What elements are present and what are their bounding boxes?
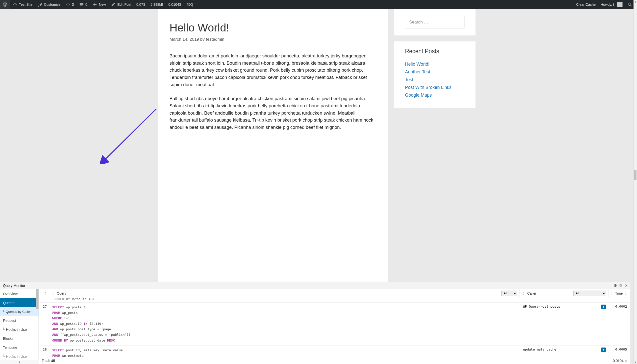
howdy-account[interactable]: Howdy, t: [598, 0, 625, 9]
qm-footer-total: Total: 45: [42, 359, 55, 363]
qm-col-num[interactable]: ▲▼: [39, 289, 49, 297]
recent-post-link[interactable]: Test: [405, 77, 413, 82]
scroll-down-icon[interactable]: ▼: [634, 360, 637, 364]
sql-code: SELECT post_id, meta_key, meta_value FRO…: [52, 348, 517, 357]
wp-admin-bar: Test Site Customize 3 0 New Edit Post 0.…: [0, 0, 637, 9]
comment-icon: [79, 2, 84, 7]
wp-logo-menu[interactable]: [0, 0, 10, 9]
qm-body: Overview Queries └ Queries by Caller Req…: [0, 289, 630, 364]
recent-post-link[interactable]: Google Maps: [405, 92, 432, 98]
updates-count: 3: [72, 2, 74, 6]
wordpress-icon: [3, 2, 8, 7]
qm-stat-dbtime[interactable]: 0.0104S: [166, 0, 184, 9]
close-icon[interactable]: ✕: [625, 283, 628, 288]
customize-link[interactable]: Customize: [35, 0, 63, 9]
site-menu[interactable]: Test Site: [10, 0, 35, 9]
qm-table-header: ▲▼ ▲▼ Query All ▲▼ Caller All ▲▼ Time: [39, 289, 630, 297]
plus-icon: [92, 2, 97, 7]
expand-caller-button[interactable]: +: [601, 304, 606, 309]
qm-stat-time[interactable]: 0.07S: [134, 0, 148, 9]
scrollbar-thumb[interactable]: [634, 170, 636, 180]
recent-posts-title: Recent Posts: [405, 48, 465, 55]
recent-post-item: Google Maps: [405, 92, 465, 98]
qm-cell-query: SELECT post_id, meta_key, meta_value FRO…: [49, 346, 520, 357]
qm-footer-time: 0.0104: [613, 359, 623, 363]
new-content-link[interactable]: New: [90, 0, 108, 9]
edit-post-label: Edit Post: [117, 2, 131, 6]
post-meta: March 14, 2019 by testadmin: [169, 37, 376, 42]
clear-cache-link[interactable]: Clear Cache: [574, 0, 598, 9]
gear-icon[interactable]: ⚙: [614, 283, 617, 288]
expand-caller-button[interactable]: +: [601, 348, 606, 352]
query-monitor-panel: Query Monitor ⚙ ⧉ ✕ Overview Queries └ Q…: [0, 282, 630, 364]
recent-post-link[interactable]: Another Test: [405, 70, 430, 74]
new-label: New: [99, 2, 106, 6]
qm-filter-caller[interactable]: All: [573, 290, 606, 296]
qm-row-tail: ORDER BY meta_id ASC: [39, 297, 630, 302]
howdy-label: Howdy, t: [601, 2, 614, 6]
qm-nav-hooks[interactable]: └ Hooks in Use: [0, 325, 39, 334]
post-paragraph: Ball tip short ribs ribeye hamburger alc…: [169, 95, 376, 131]
comments-count: 0: [86, 2, 88, 6]
qm-table-rows[interactable]: ORDER BY meta_id ASC 27 SELECT wp_posts.…: [39, 297, 630, 357]
qm-cell-query: SELECT wp_posts.* FROM wp_posts WHERE 1=…: [49, 302, 520, 345]
sort-icon: ▲▼: [611, 292, 613, 295]
qm-col-time[interactable]: ▲▼ Time ▲▼: [609, 289, 630, 297]
qm-nav-overview[interactable]: Overview: [0, 289, 39, 298]
updates-link[interactable]: 3: [63, 0, 77, 9]
qm-cell-caller: WP_Query->get_posts +: [520, 302, 609, 345]
qm-stat-queries[interactable]: 45Q: [184, 0, 195, 9]
search-input[interactable]: [405, 16, 465, 28]
qm-header: Query Monitor ⚙ ⧉ ✕: [0, 282, 630, 289]
qm-col-caller[interactable]: ▲▼ Caller All: [520, 289, 609, 297]
qm-filter-query[interactable]: All: [502, 290, 517, 296]
update-icon: [66, 2, 71, 7]
search-icon: [627, 2, 632, 7]
recent-post-item: Another Test: [405, 70, 465, 75]
browser-scrollbar[interactable]: ▲ ▼: [633, 0, 637, 364]
recent-post-link[interactable]: Hello World!: [405, 62, 430, 67]
qm-stat-mem[interactable]: 5,398kB: [148, 0, 166, 9]
sort-icon: ▲▼: [52, 292, 54, 295]
qm-nav-hooks-2[interactable]: └ Hooks in Use: [0, 352, 39, 361]
qm-nav-queries-by-caller[interactable]: └ Queries by Caller: [0, 307, 39, 316]
caller-text: WP_Query->get_posts: [523, 304, 560, 308]
qm-nav-queries[interactable]: Queries: [0, 298, 39, 307]
search-widget: [394, 9, 476, 36]
qm-cell-num: 27: [39, 302, 49, 345]
scroll-up-icon[interactable]: ▲: [634, 0, 637, 4]
sql-code: SELECT wp_posts.* FROM wp_posts WHERE 1=…: [52, 304, 517, 343]
dashboard-icon: [13, 2, 18, 7]
page-area: Hello World! March 14, 2019 by testadmin…: [0, 9, 633, 364]
popout-icon[interactable]: ⧉: [619, 283, 622, 288]
qm-nav-template[interactable]: Template: [0, 343, 39, 352]
sort-icon[interactable]: ▲▼: [625, 359, 627, 362]
brush-icon: [38, 2, 43, 7]
qm-nav-request[interactable]: Request: [0, 316, 39, 325]
qm-nav-blocks[interactable]: Blocks: [0, 334, 39, 343]
recent-post-link[interactable]: Post With Broken Links: [405, 85, 452, 90]
qm-sidebar-scroll-down[interactable]: ▼: [0, 360, 39, 364]
sort-icon: ▲▼: [625, 292, 627, 295]
recent-post-item: Post With Broken Links: [405, 85, 465, 90]
qm-cell-time: 0.0002: [609, 302, 630, 345]
qm-sidebar: Overview Queries └ Queries by Caller Req…: [0, 289, 39, 364]
post-title: Hello World!: [169, 22, 376, 34]
qm-sidebar-scrollbar-thumb[interactable]: [36, 289, 39, 309]
qm-row: 27 SELECT wp_posts.* FROM wp_posts WHERE…: [39, 302, 630, 346]
qm-cell-caller: update_meta_cache +: [520, 346, 609, 357]
pencil-icon: [111, 2, 116, 7]
edit-post-link[interactable]: Edit Post: [108, 0, 134, 9]
post-body: Bacon ipsum dolor amet pork loin landjae…: [169, 52, 376, 131]
qm-title: Query Monitor: [3, 284, 25, 288]
qm-cell-num: 28: [39, 346, 49, 357]
qm-col-query[interactable]: ▲▼ Query All: [49, 289, 520, 297]
customize-label: Customize: [44, 2, 61, 6]
comments-link[interactable]: 0: [77, 0, 90, 9]
qm-main: ▲▼ ▲▼ Query All ▲▼ Caller All ▲▼ Time: [39, 289, 630, 364]
qm-footer-right: 0.0104 ▲▼: [613, 359, 627, 363]
recent-post-item: Test: [405, 77, 465, 82]
sort-icon: ▲▼: [44, 292, 47, 295]
post-paragraph: Bacon ipsum dolor amet pork loin landjae…: [169, 52, 376, 88]
caller-text: update_meta_cache: [523, 348, 556, 351]
